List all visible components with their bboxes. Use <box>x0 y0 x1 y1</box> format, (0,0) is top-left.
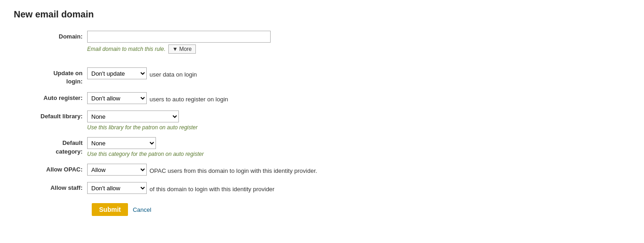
default-library-content: None Use this library for the patron on … <box>87 110 198 131</box>
allow-staff-select[interactable]: Don't allow Allow <box>87 182 147 194</box>
update-on-login-suffix: user data on login <box>150 69 197 78</box>
default-category-row: Defaultcategory: None Use this category … <box>23 137 630 157</box>
domain-hint-row: Email domain to match this rule. ▼ More <box>87 44 271 54</box>
more-button-label: More <box>179 46 192 52</box>
allow-opac-select[interactable]: Allow Don't allow <box>87 164 147 176</box>
domain-input-row <box>87 31 271 43</box>
auto-register-suffix: users to auto register on login <box>150 94 228 103</box>
allow-opac-suffix: OPAC users from this domain to login wit… <box>150 166 317 174</box>
domain-label: Domain: <box>23 31 87 41</box>
auto-register-content: Don't allow Allow users to auto register… <box>87 92 228 104</box>
update-on-login-select[interactable]: Don't update Update <box>87 67 147 79</box>
allow-staff-suffix: of this domain to login with this identi… <box>150 184 274 193</box>
default-library-hint: Use this library for the patron on auto … <box>87 124 198 131</box>
domain-content: Email domain to match this rule. ▼ More <box>87 31 271 54</box>
form-wrapper: Domain: Email domain to match this rule.… <box>23 31 630 216</box>
default-category-content: None Use this category for the patron on… <box>87 137 204 157</box>
allow-opac-label: Allow OPAC: <box>23 164 87 174</box>
page-container: New email domain Domain: Email domain to… <box>0 0 644 243</box>
default-library-input-row: None <box>87 110 198 122</box>
default-category-input-row: None <box>87 137 204 149</box>
page-title: New email domain <box>14 9 630 20</box>
allow-staff-label: Allow staff: <box>23 182 87 192</box>
auto-register-label: Auto register: <box>23 92 87 102</box>
allow-opac-row: Allow OPAC: Allow Don't allow OPAC users… <box>23 164 630 176</box>
allow-staff-content: Don't allow Allow of this domain to logi… <box>87 182 274 194</box>
default-category-hint: Use this category for the patron on auto… <box>87 151 204 157</box>
allow-opac-input-row: Allow Don't allow OPAC users from this d… <box>87 164 317 176</box>
auto-register-input-row: Don't allow Allow users to auto register… <box>87 92 228 104</box>
update-on-login-content: Don't update Update user data on login <box>87 67 197 79</box>
submit-button[interactable]: Submit <box>92 203 128 216</box>
cancel-link[interactable]: Cancel <box>133 206 151 213</box>
buttons-row: Submit Cancel <box>92 203 630 216</box>
domain-hint: Email domain to match this rule. <box>87 46 166 52</box>
update-on-login-label: Update onlogin: <box>23 67 87 86</box>
more-button[interactable]: ▼ More <box>168 44 196 54</box>
default-library-label: Default library: <box>23 110 87 121</box>
auto-register-row: Auto register: Don't allow Allow users t… <box>23 92 630 104</box>
allow-staff-input-row: Don't allow Allow of this domain to logi… <box>87 182 274 194</box>
default-category-label: Defaultcategory: <box>23 137 87 155</box>
auto-register-select[interactable]: Don't allow Allow <box>87 92 147 104</box>
default-library-row: Default library: None Use this library f… <box>23 110 630 131</box>
update-on-login-input-row: Don't update Update user data on login <box>87 67 197 79</box>
spacer-1 <box>23 60 630 67</box>
chevron-down-icon: ▼ <box>172 46 178 52</box>
domain-row: Domain: Email domain to match this rule.… <box>23 31 630 54</box>
default-category-select[interactable]: None <box>87 137 156 149</box>
allow-opac-content: Allow Don't allow OPAC users from this d… <box>87 164 317 176</box>
update-on-login-row: Update onlogin: Don't update Update user… <box>23 67 630 86</box>
domain-input[interactable] <box>87 31 271 43</box>
default-library-select[interactable]: None <box>87 110 179 122</box>
allow-staff-row: Allow staff: Don't allow Allow of this d… <box>23 182 630 194</box>
